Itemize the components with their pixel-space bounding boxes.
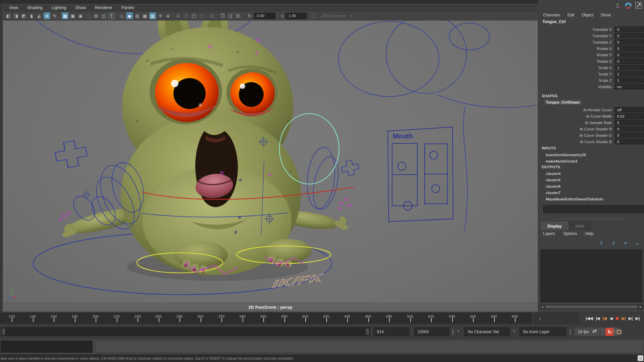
viewport-toolbar-icon[interactable]: ▢ bbox=[85, 12, 92, 19]
layer-editor-menu-item[interactable]: Help bbox=[585, 231, 593, 236]
playback-end-field[interactable]: 614 bbox=[373, 327, 410, 336]
cross-control-left[interactable] bbox=[54, 139, 89, 170]
attribute-value-field[interactable]: 1 bbox=[614, 71, 644, 77]
selected-node-name[interactable]: Tongue_Ctrl bbox=[542, 19, 566, 24]
viewport-menu-item[interactable]: Renderer bbox=[95, 5, 112, 10]
color-wheel-icon[interactable] bbox=[625, 2, 632, 9]
attribute-value-field[interactable]: on bbox=[614, 84, 644, 89]
snap-arrow-icon[interactable] bbox=[635, 2, 642, 9]
layer-editor-menu-item[interactable]: Options bbox=[563, 231, 577, 236]
scrollbar-thumb[interactable] bbox=[545, 305, 638, 308]
playback-button[interactable]: ■ bbox=[615, 315, 619, 322]
viewport-toolbar-icon[interactable]: ◩ bbox=[20, 12, 27, 19]
character-set-field[interactable]: No Character Set bbox=[464, 327, 510, 336]
layer-editor-tab[interactable]: Anim bbox=[569, 222, 591, 230]
attribute-label[interactable]: Ai Curve Shader G bbox=[538, 133, 614, 137]
range-start-handle[interactable] bbox=[2, 328, 5, 335]
viewport-toolbar-icon[interactable] bbox=[242, 13, 244, 18]
attribute-value-field[interactable]: 0 bbox=[614, 33, 644, 39]
attribute-value-field[interactable]: 1 bbox=[614, 65, 644, 70]
layer-editor-menu-item[interactable]: Layers bbox=[543, 231, 555, 236]
viewport-menu-item[interactable]: Shading bbox=[27, 5, 43, 10]
viewport-toolbar-icon[interactable]: ⊞ bbox=[93, 12, 99, 19]
viewport-toolbar-icon[interactable]: ▣ bbox=[69, 12, 76, 19]
scroll-right-icon[interactable]: ▶ bbox=[638, 305, 643, 308]
layer-list[interactable] bbox=[540, 249, 642, 302]
character-set-caret-icon[interactable]: ▼ bbox=[457, 329, 460, 333]
attribute-value-field[interactable]: 0 bbox=[614, 46, 644, 51]
output-node-item[interactable]: cluster4 bbox=[538, 170, 644, 177]
attribute-label[interactable]: Translate X bbox=[538, 27, 614, 32]
viewport-toolbar-icon[interactable]: ◯ bbox=[191, 12, 197, 19]
divider-grip[interactable] bbox=[452, 329, 454, 335]
viewport-toolbar-icon[interactable]: ◨ bbox=[13, 12, 19, 19]
attribute-label[interactable]: Scale Z bbox=[538, 78, 614, 82]
input-node-item[interactable]: transformGeometry25 bbox=[538, 152, 644, 158]
viewport-toolbar-icon[interactable]: ▒ bbox=[198, 12, 205, 19]
playback-loop-icon[interactable]: ⇄ bbox=[592, 328, 597, 334]
time-slider-track[interactable]: 120 140 160 180 200 220 240 260 bbox=[0, 313, 532, 323]
viewport-toolbar-icon[interactable]: ◆ bbox=[126, 12, 133, 19]
anim-layer-caret-icon[interactable]: ▼ bbox=[513, 329, 516, 333]
attribute-label[interactable]: Translate Y bbox=[538, 34, 614, 38]
viewport-menu-item[interactable]: View bbox=[9, 5, 18, 10]
viewport-toolbar-icon[interactable]: ▮ bbox=[28, 12, 35, 19]
shape-node-name[interactable]: Tongue_CtrlShape bbox=[544, 100, 582, 105]
attribute-value-field[interactable]: 0 bbox=[614, 58, 644, 64]
attribute-label[interactable]: Rotate X bbox=[538, 47, 614, 51]
attribute-value-field[interactable]: 5 bbox=[614, 120, 644, 125]
layer-editor-icon[interactable]: ⇩ bbox=[610, 240, 617, 246]
viewport-toolbar-icon[interactable]: ⊕ bbox=[44, 12, 50, 19]
layer-editor-icon[interactable]: + bbox=[622, 240, 629, 246]
viewport-menu-item[interactable]: Panels bbox=[121, 5, 134, 10]
attribute-label[interactable]: Rotate Y bbox=[538, 53, 614, 57]
attribute-value-field[interactable]: 0 bbox=[614, 139, 644, 144]
viewport-toolbar-icon[interactable] bbox=[59, 13, 61, 18]
output-node-item[interactable]: cluster5 bbox=[538, 177, 644, 183]
viewport-toolbar-icon[interactable]: ❑ bbox=[227, 12, 233, 19]
dock-scrollbar[interactable]: ◀ ▶ bbox=[540, 304, 643, 309]
divider-grip[interactable] bbox=[570, 329, 571, 335]
cheek-control-circle[interactable] bbox=[279, 114, 339, 184]
viewport-toolbar-icon[interactable]: ◭ bbox=[36, 12, 43, 19]
dock-splitter-handle[interactable] bbox=[558, 219, 625, 219]
attribute-label[interactable]: Ai Curve Width bbox=[538, 114, 614, 118]
viewport-toolbar-icon[interactable]: ◌ bbox=[183, 12, 190, 19]
viewport-menu-item[interactable]: Show bbox=[75, 5, 86, 10]
scroll-left-icon[interactable]: ◀ bbox=[540, 305, 544, 308]
attribute-label[interactable]: Ai Render Curve bbox=[538, 108, 614, 112]
viewport-toolbar-icon[interactable]: T bbox=[108, 12, 115, 19]
playback-button[interactable]: ▶| bbox=[629, 316, 633, 321]
channel-box-menu-item[interactable]: Show bbox=[601, 13, 611, 17]
input-node-item[interactable]: makeNurbCircle3 bbox=[538, 158, 644, 164]
exposure-icon[interactable]: ↻ bbox=[248, 13, 252, 18]
viewport-canvas[interactable]: c c c bbox=[3, 20, 538, 303]
viewport-toolbar-icon[interactable]: ⊡ bbox=[234, 12, 241, 19]
attribute-value-field[interactable]: 0 bbox=[614, 52, 644, 58]
layer-editor-icon[interactable]: ◒ bbox=[634, 240, 641, 246]
viewport-toolbar-icon[interactable]: ▫ bbox=[209, 12, 215, 19]
attribute-label[interactable]: Ai Curve Shader B bbox=[538, 140, 614, 144]
attribute-label[interactable]: Scale X bbox=[538, 66, 614, 70]
attribute-label[interactable]: Visibility bbox=[538, 85, 614, 89]
animation-end-field[interactable]: 10000 bbox=[414, 327, 449, 336]
output-node-item[interactable]: cluster7 bbox=[538, 189, 644, 196]
playback-button[interactable]: |◀ bbox=[596, 316, 600, 321]
viewport-toolbar-icon[interactable]: ◧ bbox=[5, 12, 12, 19]
axis-tripod-icon[interactable] bbox=[614, 2, 621, 9]
viewport-toolbar-icon[interactable]: ◍ bbox=[134, 12, 141, 19]
viewport-toolbar-icon[interactable]: ● bbox=[165, 12, 171, 19]
script-editor-icon[interactable]: ▤ bbox=[638, 355, 643, 361]
layer-editor-icon[interactable]: ⇧ bbox=[598, 240, 605, 246]
viewport-toolbar-icon[interactable]: ◐ bbox=[175, 12, 182, 19]
anim-layer-field[interactable]: No Anim Layer bbox=[519, 327, 566, 336]
current-time-field[interactable]: 1 bbox=[534, 313, 578, 323]
quick-attr-field[interactable] bbox=[543, 205, 644, 213]
cross-control-right[interactable] bbox=[340, 159, 360, 177]
output-node-item[interactable]: MayaNodeEditorSavedTabsInfo bbox=[538, 196, 644, 202]
viewport-toolbar-icon[interactable]: ▦ bbox=[62, 12, 68, 19]
viewport-toolbar-icon[interactable] bbox=[172, 13, 174, 18]
viewport-toolbar-icon[interactable]: ◫ bbox=[100, 12, 107, 19]
layer-editor-tab[interactable]: Display bbox=[541, 222, 568, 230]
attribute-value-field[interactable]: off bbox=[614, 107, 644, 113]
